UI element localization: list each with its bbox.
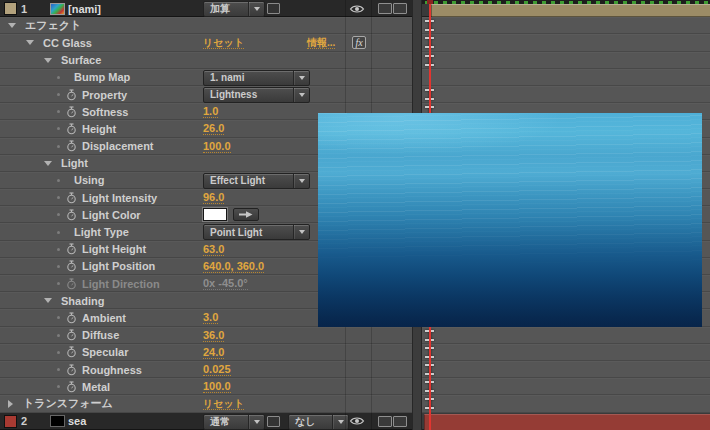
reset-link-text[interactable]: リセット xyxy=(203,37,244,49)
row-property[interactable]: PropertyLightness xyxy=(0,86,412,103)
hot-text[interactable]: 0x -45.0° xyxy=(203,277,248,290)
property-dropdown[interactable]: 1. nami xyxy=(203,70,310,86)
row-specular[interactable]: Specular24.0 xyxy=(0,344,412,361)
layer-row-nami[interactable]: 1[nami]加算 xyxy=(0,0,412,17)
stopwatch-icon[interactable] xyxy=(66,243,77,255)
eyedropper-icon[interactable] xyxy=(233,208,259,221)
color-swatch[interactable] xyxy=(203,208,227,221)
track-matte-dropdown[interactable]: なし xyxy=(288,414,349,430)
timeline-row-surface[interactable] xyxy=(422,52,710,69)
fx-effect-badge[interactable]: fx xyxy=(352,36,366,49)
triangle-down-icon[interactable] xyxy=(26,40,34,45)
layer-duration-bar-nami[interactable] xyxy=(431,4,710,17)
property-value[interactable]: 100.0 xyxy=(203,378,231,395)
stopwatch-icon[interactable] xyxy=(66,278,77,290)
blend-mode-dropdown[interactable]: 通常 xyxy=(203,414,265,430)
timeline-row-specular[interactable] xyxy=(422,344,710,361)
stopwatch-icon[interactable] xyxy=(66,209,77,221)
timeline-row-row-23[interactable] xyxy=(422,395,710,412)
preserve-transparency-checkbox[interactable] xyxy=(267,3,280,14)
layer-label-color-swatch[interactable] xyxy=(4,415,17,428)
preserve-transparency-checkbox[interactable] xyxy=(267,416,280,427)
property-value[interactable]: 96.0 xyxy=(203,189,224,206)
hot-text[interactable]: 100.0 xyxy=(203,380,231,393)
cti-handle[interactable] xyxy=(427,0,433,4)
blend-mode-dropdown[interactable]: 加算 xyxy=(203,1,265,17)
reset-link[interactable]: リセット xyxy=(203,34,244,51)
property-dropdown[interactable]: Effect Light xyxy=(203,173,310,189)
hot-text[interactable]: 96.0 xyxy=(203,191,224,204)
property-value[interactable]: 1.0 xyxy=(203,103,218,120)
stopwatch-icon[interactable] xyxy=(66,89,77,101)
layer-duration-bar-sea[interactable] xyxy=(424,414,710,430)
stopwatch-icon[interactable] xyxy=(66,329,77,341)
composition-preview-water xyxy=(318,113,702,327)
property-value[interactable]: 63.0 xyxy=(203,241,224,258)
hot-text[interactable]: 36.0 xyxy=(203,329,224,342)
triangle-down-icon[interactable] xyxy=(8,23,16,28)
property-value[interactable]: 0.025 xyxy=(203,361,231,378)
reset-link[interactable]: リセット xyxy=(203,395,244,412)
layer-name[interactable]: [nami] xyxy=(68,3,101,15)
stopwatch-icon[interactable] xyxy=(66,192,77,204)
timeline-row-diffuse[interactable] xyxy=(422,327,710,344)
eye-icon[interactable] xyxy=(348,416,366,427)
switch-box[interactable] xyxy=(378,416,392,427)
stopwatch-icon[interactable] xyxy=(66,123,77,135)
triangle-down-icon[interactable] xyxy=(44,161,52,166)
property-dropdown[interactable]: Point Light xyxy=(203,224,310,240)
property-dropdown-value: Point Light xyxy=(204,225,293,239)
stopwatch-icon[interactable] xyxy=(66,140,77,152)
stopwatch-icon[interactable] xyxy=(66,364,77,376)
property-dropdown[interactable]: Lightness xyxy=(203,87,310,103)
hot-text[interactable]: 3.0 xyxy=(203,311,218,324)
hot-text[interactable]: 0.025 xyxy=(203,363,231,376)
info-link-text[interactable]: 情報... xyxy=(307,37,335,49)
triangle-right-icon[interactable] xyxy=(8,400,13,408)
property-value[interactable]: 26.0 xyxy=(203,120,224,137)
row-surface[interactable]: Surface xyxy=(0,52,412,69)
row-cc-glass[interactable]: CC Glassリセット情報...fx xyxy=(0,34,412,51)
timeline-row-cc-glass[interactable] xyxy=(422,34,710,51)
triangle-down-icon[interactable] xyxy=(44,58,52,63)
property-value[interactable]: 3.0 xyxy=(203,309,218,326)
switch-box[interactable] xyxy=(378,3,392,14)
property-label: Height xyxy=(82,123,116,135)
eye-icon[interactable] xyxy=(348,3,366,14)
timeline-row-row-1[interactable] xyxy=(422,17,710,34)
row-bump-map[interactable]: Bump Map1. nami xyxy=(0,69,412,86)
timeline-row-roughness[interactable] xyxy=(422,361,710,378)
layer-label-color-swatch[interactable] xyxy=(4,2,17,15)
hot-text[interactable]: 1.0 xyxy=(203,105,218,118)
property-value[interactable]: 640.0, 360.0 xyxy=(203,258,264,275)
reset-link-text[interactable]: リセット xyxy=(203,398,244,410)
stopwatch-icon[interactable] xyxy=(66,312,77,324)
row-row-1[interactable]: エフェクト xyxy=(0,17,412,34)
hot-text[interactable]: 24.0 xyxy=(203,346,224,359)
timeline-row-property[interactable] xyxy=(422,86,710,103)
timeline-row-metal[interactable] xyxy=(422,378,710,395)
stopwatch-icon[interactable] xyxy=(66,346,77,358)
info-link[interactable]: 情報... xyxy=(307,34,335,51)
timeline-row-bump-map[interactable] xyxy=(422,69,710,86)
hot-text[interactable]: 640.0, 360.0 xyxy=(203,260,264,273)
row-metal[interactable]: Metal100.0 xyxy=(0,378,412,395)
row-row-23[interactable]: トランスフォームリセット xyxy=(0,395,412,412)
stopwatch-icon[interactable] xyxy=(66,260,77,272)
property-value[interactable]: 24.0 xyxy=(203,344,224,361)
hot-text[interactable]: 63.0 xyxy=(203,243,224,256)
layer-row-sea[interactable]: 2sea通常なし xyxy=(0,413,412,430)
hot-text[interactable]: 100.0 xyxy=(203,140,231,153)
row-roughness[interactable]: Roughness0.025 xyxy=(0,361,412,378)
property-value[interactable]: 36.0 xyxy=(203,327,224,344)
layer-name[interactable]: sea xyxy=(68,415,86,427)
property-value[interactable]: 0x -45.0° xyxy=(203,275,248,292)
property-value[interactable]: 100.0 xyxy=(203,138,231,155)
hot-text[interactable]: 26.0 xyxy=(203,122,224,135)
switch-box[interactable] xyxy=(393,416,407,427)
stopwatch-icon[interactable] xyxy=(66,381,77,393)
row-diffuse[interactable]: Diffuse36.0 xyxy=(0,327,412,344)
stopwatch-icon[interactable] xyxy=(66,106,77,118)
triangle-down-icon[interactable] xyxy=(44,298,52,303)
switch-box[interactable] xyxy=(393,3,407,14)
